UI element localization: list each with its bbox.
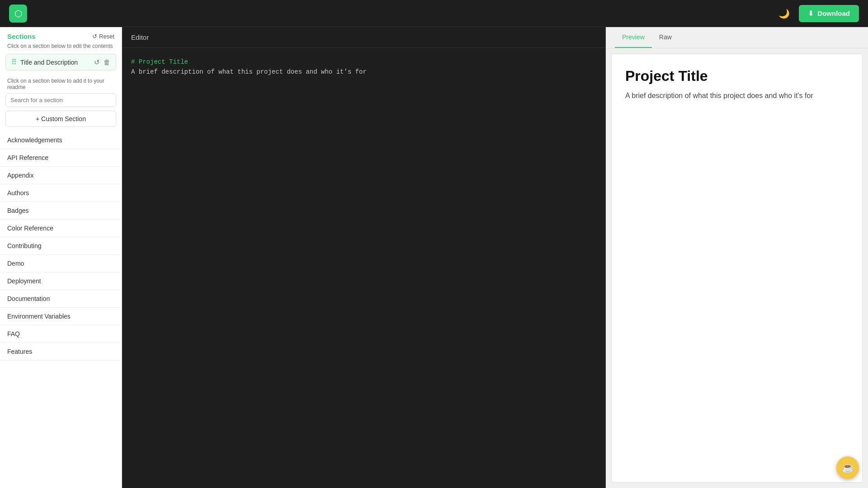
nav-right: 🌙 ⬇ Download xyxy=(778,5,859,22)
main-layout: Sections ↺ Reset Click on a section belo… xyxy=(0,27,868,488)
list-item[interactable]: Features xyxy=(0,343,122,361)
list-item[interactable]: Color Reference xyxy=(0,220,122,237)
list-item[interactable]: Demo xyxy=(0,255,122,272)
editor-content[interactable]: # Project Title A brief description of w… xyxy=(122,48,605,488)
tab-raw[interactable]: Raw xyxy=(652,27,679,48)
sidebar: Sections ↺ Reset Click on a section belo… xyxy=(0,27,122,488)
editor-header: Editor xyxy=(122,27,605,48)
preview-content: Project Title A brief description of wha… xyxy=(611,54,863,483)
topnav: ⬡ 🌙 ⬇ Download xyxy=(0,0,868,27)
reset-icon: ↺ xyxy=(92,33,97,40)
active-section-label: Title and Description xyxy=(20,59,78,66)
sidebar-click-hint-2: Click on a section below to add it to yo… xyxy=(0,74,122,93)
coffee-button[interactable]: ☕ xyxy=(836,456,859,479)
section-list: AcknowledgementsAPI ReferenceAppendixAut… xyxy=(0,131,122,488)
download-icon: ⬇ xyxy=(808,9,814,18)
list-item[interactable]: Documentation xyxy=(0,290,122,308)
list-item[interactable]: Authors xyxy=(0,184,122,202)
reset-label: Reset xyxy=(99,33,114,40)
download-button[interactable]: ⬇ Download xyxy=(799,5,859,22)
code-line-2: A brief description of what this project… xyxy=(131,67,596,77)
list-item[interactable]: FAQ xyxy=(0,325,122,343)
grid-icon: ⠿ xyxy=(11,58,17,66)
preview-panel: Preview Raw Project Title A brief descri… xyxy=(606,27,868,488)
sidebar-header: Sections ↺ Reset xyxy=(0,27,122,42)
list-item[interactable]: Contributing xyxy=(0,237,122,255)
active-section: ⠿ Title and Description ↺ 🗑 xyxy=(5,54,116,70)
sidebar-click-hint-1: Click on a section below to edit the con… xyxy=(0,42,122,54)
download-label: Download xyxy=(817,9,850,17)
list-item[interactable]: Deployment xyxy=(0,272,122,290)
preview-tabs: Preview Raw xyxy=(606,27,868,48)
code-line-1: # Project Title xyxy=(131,57,596,67)
logo: ⬡ xyxy=(9,5,27,23)
custom-section-button[interactable]: + Custom Section xyxy=(5,111,116,127)
list-item[interactable]: Acknowledgements xyxy=(0,131,122,149)
reset-button[interactable]: ↺ Reset xyxy=(92,33,114,40)
sidebar-title: Sections xyxy=(7,33,36,40)
search-input[interactable] xyxy=(5,93,116,107)
moon-icon[interactable]: 🌙 xyxy=(778,8,790,19)
list-item[interactable]: Badges xyxy=(0,202,122,220)
refresh-icon[interactable]: ↺ xyxy=(94,58,100,66)
tab-preview[interactable]: Preview xyxy=(615,27,652,48)
editor-panel: Editor # Project Title A brief descripti… xyxy=(122,27,606,488)
delete-icon[interactable]: 🗑 xyxy=(104,58,110,66)
list-item[interactable]: Environment Variables xyxy=(0,308,122,325)
list-item[interactable]: Appendix xyxy=(0,167,122,184)
preview-title: Project Title xyxy=(625,68,849,84)
coffee-icon: ☕ xyxy=(842,462,854,474)
preview-description: A brief description of what this project… xyxy=(625,92,849,100)
list-item[interactable]: API Reference xyxy=(0,149,122,167)
logo-icon: ⬡ xyxy=(14,8,22,19)
